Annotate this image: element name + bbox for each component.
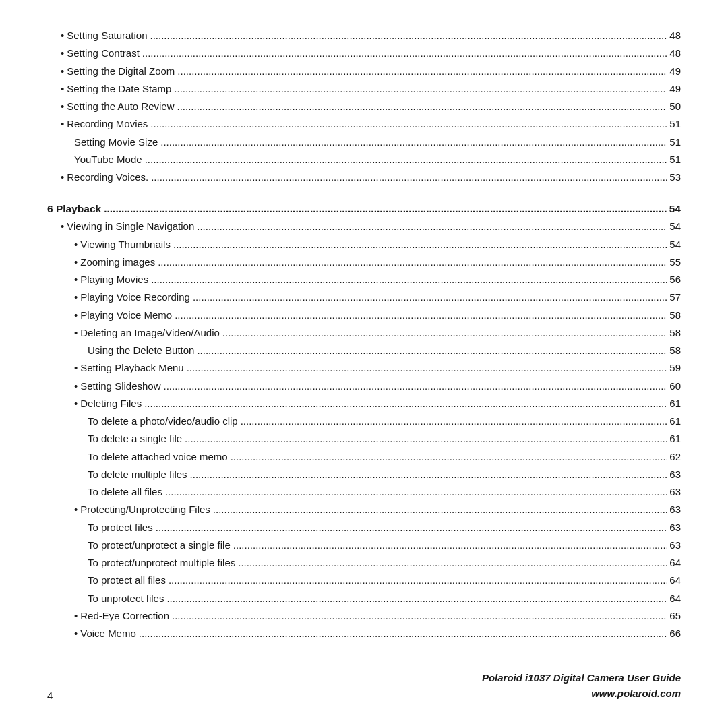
toc-bullet: • — [74, 271, 78, 289]
toc-bullet: • — [61, 169, 64, 186]
toc-row: To protect/unprotect a single file......… — [47, 537, 681, 554]
toc-dots: ........................................… — [169, 572, 667, 586]
toc-row: To delete multiple files................… — [47, 466, 681, 483]
footer-brand-line2: www.polaroid.com — [482, 686, 681, 702]
toc-label: Using the Delete Button — [88, 342, 194, 359]
toc-label: To protect files — [88, 519, 153, 537]
toc-dots: ........................................… — [185, 430, 667, 444]
toc-bullet: • — [74, 324, 78, 342]
toc-spacer — [47, 186, 681, 200]
toc-row: • Setting Playback Menu.................… — [47, 359, 681, 377]
toc-page-number: 54 — [669, 218, 681, 235]
toc-page-number: 48 — [669, 44, 681, 62]
toc-page-number: 54 — [669, 200, 681, 218]
toc-row: • Viewing in Single Navigation..........… — [47, 218, 681, 235]
toc-label: Setting Contrast — [67, 44, 140, 62]
toc-bullet: • — [74, 289, 78, 306]
toc-bullet: • — [74, 236, 78, 253]
toc-row: • Playing Movies........................… — [47, 271, 681, 289]
toc-dots: ........................................… — [193, 289, 667, 303]
footer-brand-line1: Polaroid i1037 Digital Camera User Guide — [482, 671, 681, 686]
toc-dots: ........................................… — [144, 395, 667, 409]
toc-label: To delete attached voice memo — [88, 448, 228, 466]
toc-row: Setting Movie Size......................… — [47, 133, 681, 151]
toc-dots: ........................................… — [164, 377, 667, 392]
toc-dots: ........................................… — [213, 501, 667, 515]
toc-label: To delete multiple files — [88, 466, 187, 483]
toc-dots: ........................................… — [165, 483, 667, 497]
toc-dots: ........................................… — [104, 200, 667, 214]
toc-label: 6 Playback — [47, 200, 101, 218]
toc-label: To delete a single file — [88, 430, 182, 448]
toc-page-number: 61 — [669, 430, 681, 448]
toc-page-number: 59 — [669, 359, 681, 377]
toc-label: Playing Voice Memo — [80, 307, 172, 324]
toc-row: • Voice Memo............................… — [47, 625, 681, 642]
toc-label: Setting Slideshow — [80, 377, 160, 395]
toc-bullet: • — [61, 63, 64, 80]
toc-dots: ........................................… — [190, 466, 667, 480]
toc-row: YouTube Mode............................… — [47, 151, 681, 169]
toc-bullet: • — [61, 98, 64, 115]
toc-page-number: 58 — [669, 342, 681, 359]
toc-dots: ........................................… — [197, 342, 667, 356]
toc-dots: ........................................… — [150, 115, 667, 129]
toc-bullet: • — [74, 607, 78, 625]
toc-row: • Zooming images........................… — [47, 253, 681, 271]
toc-label: Viewing Thumbnails — [80, 236, 171, 253]
toc-dots: ........................................… — [238, 554, 667, 568]
toc-label: Setting Playback Menu — [80, 359, 183, 377]
toc-dots: ........................................… — [151, 271, 667, 285]
toc-row: To protect files........................… — [47, 519, 681, 537]
toc-page-number: 56 — [669, 271, 681, 289]
toc-bullet: • — [61, 44, 64, 62]
toc-page-number: 50 — [669, 98, 681, 115]
toc-row: To delete all files.....................… — [47, 483, 681, 501]
toc-row: • Protecting/Unprotecting Files.........… — [47, 501, 681, 518]
toc-page-number: 62 — [669, 448, 681, 466]
toc-row: • Viewing Thumbnails....................… — [47, 236, 681, 253]
toc-dots: ........................................… — [139, 625, 667, 639]
toc-page-number: 63 — [669, 466, 681, 483]
toc-label: To unprotect files — [88, 590, 164, 607]
toc-label: Viewing in Single Navigation — [67, 218, 194, 235]
toc-label: Setting Saturation — [67, 27, 147, 44]
toc-page-number: 64 — [669, 572, 681, 589]
toc-row: To protect/unprotect multiple files.....… — [47, 554, 681, 572]
toc-dots: ........................................… — [160, 133, 667, 148]
toc-label: To protect/unprotect a single file — [88, 537, 231, 554]
toc-page-number: 53 — [669, 169, 681, 186]
toc-bullet: • — [74, 625, 78, 642]
toc-page-number: 55 — [669, 253, 681, 271]
toc-dots: ........................................… — [151, 169, 667, 183]
toc-label: To protect/unprotect multiple files — [88, 554, 235, 572]
toc-dots: ........................................… — [241, 413, 667, 427]
toc-row: To delete a single file.................… — [47, 430, 681, 448]
toc-dots: ........................................… — [177, 98, 667, 112]
toc-dots: ........................................… — [150, 27, 667, 41]
toc-row: • Setting the Auto Review...............… — [47, 98, 681, 115]
toc-bullet: • — [61, 80, 64, 98]
toc-dots: ........................................… — [166, 590, 667, 604]
toc-label: Deleting an Image/Video/Audio — [80, 324, 220, 342]
toc-page-number: 58 — [669, 307, 681, 324]
toc-label: Red-Eye Correction — [80, 607, 169, 625]
toc-label: Setting the Date Stamp — [67, 80, 171, 98]
toc-dots: ........................................… — [172, 607, 667, 621]
toc-row: To delete a photo/video/audio clip......… — [47, 413, 681, 430]
toc-row: • Red-Eye Correction....................… — [47, 607, 681, 625]
toc-label: Zooming images — [80, 253, 155, 271]
toc-bullet: • — [74, 253, 78, 271]
toc-page-number: 60 — [669, 377, 681, 395]
toc-row: • Deleting Files........................… — [47, 395, 681, 413]
toc-bullet: • — [61, 218, 64, 235]
toc-row: To delete attached voice memo...........… — [47, 448, 681, 466]
toc-dots: ........................................… — [156, 519, 667, 533]
toc-bullet: • — [74, 359, 78, 377]
toc-page-number: 54 — [669, 236, 681, 253]
footer-brand: Polaroid i1037 Digital Camera User Guide… — [482, 671, 681, 701]
toc-row: Using the Delete Button.................… — [47, 342, 681, 359]
toc-page-number: 64 — [669, 554, 681, 572]
toc-row: • Setting Contrast......................… — [47, 44, 681, 62]
toc-bullet: • — [61, 115, 64, 133]
